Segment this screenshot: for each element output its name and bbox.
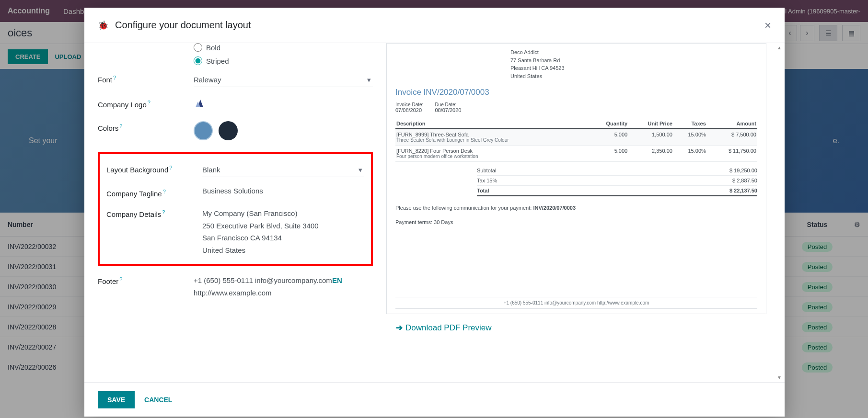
label-colors: Colors? [98, 121, 194, 132]
font-select[interactable]: Raleway [194, 73, 373, 87]
modal-header: 🐞 Configure your document layout × [84, 8, 785, 43]
label-footer: Footer? [98, 274, 194, 285]
layout-striped-option[interactable]: Striped [194, 56, 373, 65]
preview-scrollbar[interactable] [776, 43, 784, 382]
company-logo-icon[interactable] [194, 98, 213, 109]
label-background: Layout Background? [106, 163, 202, 174]
footer-field[interactable]: +1 (650) 555-0111 info@yourcompany.comEN… [194, 274, 373, 299]
preview-line-table: DescriptionQuantityUnit PriceTaxesAmount… [395, 119, 757, 162]
label-font: Font? [98, 73, 194, 84]
document-preview: Deco Addict 77 Santa Barbara Rd Pleasant… [386, 43, 766, 314]
color-secondary-swatch[interactable] [219, 121, 238, 140]
arrow-right-icon: ➔ [396, 323, 403, 333]
details-field[interactable]: My Company (San Francisco) 250 Executive… [202, 207, 364, 256]
label-tagline: Company Tagline? [106, 187, 202, 198]
preview-dates: Invoice Date:07/08/2020 Due Date:08/07/2… [395, 102, 757, 113]
background-select[interactable]: Blank [202, 163, 364, 177]
lang-indicator[interactable]: EN [332, 276, 342, 284]
modal-title: Configure your document layout [115, 20, 251, 31]
tagline-field[interactable]: Business Solutions [202, 187, 364, 195]
preview-invoice-title: Invoice INV/2020/07/0003 [395, 88, 757, 97]
color-primary-swatch[interactable] [194, 121, 213, 140]
highlighted-section: Layout Background? Blank Company Tagline… [98, 152, 373, 266]
document-layout-modal: 🐞 Configure your document layout × Bold … [84, 8, 785, 417]
radio-striped[interactable] [194, 56, 202, 65]
preview-totals: Subtotal$ 19,250.00 Tax 15%$ 2,887.50 To… [477, 166, 757, 196]
preview-address: Deco Addict 77 Santa Barbara Rd Pleasant… [510, 48, 757, 80]
modal-form: Bold Striped Font? Raleway Company Logo? [84, 43, 386, 382]
preview-terms: Payment terms: 30 Days [395, 219, 757, 225]
layout-bold-option[interactable]: Bold [194, 43, 373, 52]
close-button[interactable]: × [764, 19, 771, 32]
label-logo: Company Logo? [98, 98, 194, 109]
save-button[interactable]: SAVE [98, 391, 135, 408]
bug-icon[interactable]: 🐞 [98, 20, 108, 31]
modal-footer: SAVE CANCEL [84, 382, 785, 417]
preview-footer: +1 (650) 555-0111 info@yourcompany.com h… [395, 297, 757, 309]
download-pdf-link[interactable]: ➔ Download PDF Preview [396, 323, 775, 333]
label-details: Company Details? [106, 207, 202, 218]
cancel-button[interactable]: CANCEL [144, 396, 172, 404]
radio-bold[interactable] [194, 43, 202, 52]
modal-preview-pane: Deco Addict 77 Santa Barbara Rd Pleasant… [386, 43, 785, 382]
preview-comm: Please use the following communication f… [395, 205, 757, 211]
